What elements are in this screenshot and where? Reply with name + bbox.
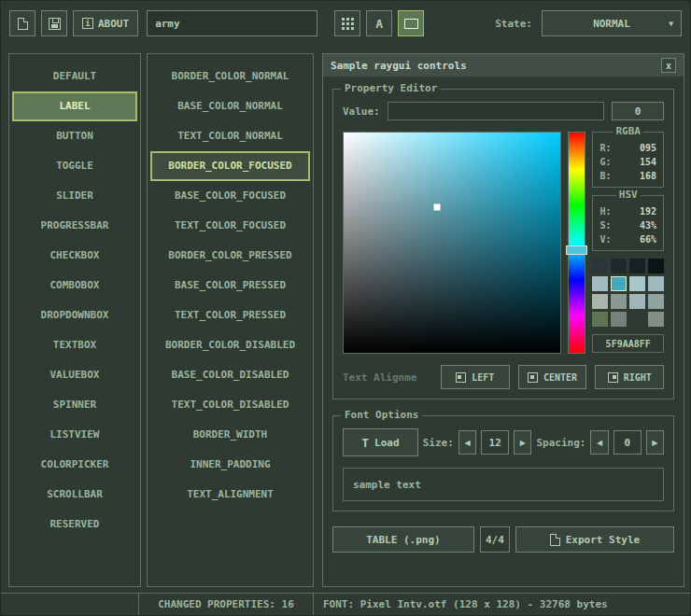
hue-cursor[interactable]	[566, 245, 588, 255]
value-row: Value: 0	[343, 102, 664, 120]
hsv-label: HSV	[616, 189, 641, 201]
close-icon[interactable]: x	[661, 58, 676, 73]
controls-list-item[interactable]: TEXTBOX	[12, 330, 137, 360]
spacing-label: Spacing:	[536, 437, 585, 449]
align-center-button[interactable]: CENTER	[518, 365, 587, 389]
hsv-h-row: H: 192	[597, 204, 659, 218]
palette-swatch[interactable]	[611, 259, 627, 273]
changed-properties-status: CHANGED PROPERTIES: 16	[139, 594, 314, 615]
properties-list-item[interactable]: BORDER_COLOR_DISABLED	[150, 330, 310, 360]
controls-list-item[interactable]: TOGGLE	[12, 151, 137, 181]
palette-swatch[interactable]	[611, 294, 627, 309]
save-style-button[interactable]	[41, 10, 67, 36]
size-decrease-button[interactable]: ◀	[458, 430, 476, 455]
properties-list-item[interactable]: BORDER_WIDTH	[150, 420, 310, 450]
palette-swatch[interactable]	[592, 294, 608, 309]
controls-list-item[interactable]: VALUEBOX	[12, 360, 137, 390]
properties-list-item[interactable]: BASE_COLOR_PRESSED	[150, 271, 310, 301]
controls-view-button[interactable]	[398, 10, 424, 36]
controls-list-item[interactable]: SLIDER	[12, 181, 137, 211]
palette-swatch[interactable]	[629, 259, 645, 273]
controls-list-item[interactable]: BUTTON	[12, 121, 137, 151]
picker-side-panel: RGBA R: 095 G: 154 B: 168	[592, 132, 664, 354]
font-view-button[interactable]: A	[366, 10, 392, 36]
hex-value-box[interactable]: 5F9AA8FF	[592, 334, 664, 353]
controls-list-item[interactable]: RESERVED	[12, 510, 137, 539]
window-title: Sample raygui controls	[331, 60, 661, 72]
hsv-s-row: S: 43%	[597, 218, 659, 232]
align-right-button[interactable]: RIGHT	[595, 365, 664, 389]
save-icon	[49, 18, 61, 30]
palette-swatch[interactable]	[629, 312, 645, 327]
palette-swatch[interactable]	[648, 294, 664, 309]
saturation-value-panel[interactable]	[343, 132, 561, 354]
export-table-button[interactable]: TABLE (.png)	[332, 526, 474, 553]
about-button[interactable]: i ABOUT	[73, 10, 138, 36]
pages-indicator[interactable]: 4/4	[480, 526, 510, 553]
size-increase-button[interactable]: ▶	[514, 430, 531, 455]
controls-list-item[interactable]: COLORPICKER	[12, 450, 137, 480]
palette-swatch[interactable]	[648, 312, 664, 327]
controls-list-item[interactable]: COMBOBOX	[12, 271, 137, 301]
spacing-decrease-button[interactable]: ◀	[590, 430, 608, 455]
properties-list-item[interactable]: TEXT_COLOR_DISABLED	[150, 390, 310, 420]
spacing-increase-button[interactable]: ▶	[646, 430, 664, 455]
palette-swatch[interactable]	[611, 276, 627, 291]
style-name-input[interactable]	[147, 10, 317, 36]
style-table-view-button[interactable]	[334, 10, 360, 36]
hue-bar[interactable]	[568, 132, 586, 354]
palette-swatch[interactable]	[648, 259, 664, 273]
properties-list-item[interactable]: BASE_COLOR_DISABLED	[150, 360, 310, 390]
font-info-status: FONT: Pixel Intv.otf (128 x 128) - 32768…	[314, 594, 690, 615]
property-editor-label: Property Editor	[341, 82, 441, 94]
controls-list-item[interactable]: CHECKBOX	[12, 241, 137, 271]
properties-list-item[interactable]: INNER_PADDING	[150, 450, 310, 480]
properties-list-item[interactable]: BORDER_COLOR_FOCUSED	[150, 151, 310, 181]
state-dropdown[interactable]: NORMAL ▼	[542, 10, 682, 36]
properties-list-item[interactable]: BASE_COLOR_FOCUSED	[150, 181, 310, 211]
align-left-button[interactable]: LEFT	[441, 365, 510, 389]
font-options-label: Font Options	[341, 409, 422, 421]
spacing-value-box[interactable]: 0	[613, 430, 642, 455]
properties-list: BORDER_COLOR_NORMALBASE_COLOR_NORMALTEXT…	[147, 53, 314, 587]
value-zero-button[interactable]: 0	[612, 102, 664, 120]
properties-list-item[interactable]: TEXT_ALIGNMENT	[150, 480, 310, 510]
size-value-box[interactable]: 12	[481, 430, 509, 455]
palette-swatch[interactable]	[592, 312, 608, 327]
controls-list-item[interactable]: DROPDOWNBOX	[12, 301, 137, 330]
palette-swatch[interactable]	[648, 276, 664, 291]
palette-swatch[interactable]	[629, 294, 645, 309]
properties-list-item[interactable]: TEXT_COLOR_NORMAL	[150, 121, 310, 151]
hsv-v-row: V: 66%	[597, 232, 659, 246]
sample-text-box[interactable]: sample text	[343, 468, 664, 501]
properties-list-item[interactable]: BORDER_COLOR_PRESSED	[150, 241, 310, 271]
align-right-icon	[608, 372, 618, 383]
size-label: Size:	[423, 437, 454, 449]
controls-list-item[interactable]: DEFAULT	[12, 62, 137, 91]
font-load-button[interactable]: T Load	[343, 428, 418, 456]
properties-list-item[interactable]: BORDER_COLOR_NORMAL	[150, 62, 310, 91]
controls-list-item[interactable]: SPINNER	[12, 390, 137, 420]
properties-list-item[interactable]: TEXT_COLOR_FOCUSED	[150, 211, 310, 241]
controls-list-item[interactable]: LABEL	[12, 91, 137, 121]
rgba-r-row: R: 095	[597, 141, 659, 155]
palette-swatch[interactable]	[611, 312, 627, 327]
new-style-button[interactable]	[9, 10, 35, 36]
info-icon: i	[82, 18, 93, 29]
value-input[interactable]	[388, 102, 604, 120]
text-alignment-row: Text Alignme LEFT CENTER RIGHT	[343, 365, 664, 389]
palette-swatch[interactable]	[592, 276, 608, 291]
align-left-icon	[456, 372, 466, 383]
properties-list-item[interactable]: BASE_COLOR_NORMAL	[150, 91, 310, 121]
state-label: State:	[495, 18, 532, 30]
controls-list-item[interactable]: PROGRESSBAR	[12, 211, 137, 241]
rgba-label: RGBA	[613, 125, 643, 137]
sv-cursor[interactable]	[433, 204, 440, 211]
properties-list-item[interactable]: TEXT_COLOR_PRESSED	[150, 301, 310, 330]
palette-swatch[interactable]	[629, 276, 645, 291]
controls-list-item[interactable]: LISTVIEW	[12, 420, 137, 450]
controls-list-item[interactable]: SCROLLBAR	[12, 480, 137, 510]
window-titlebar[interactable]: Sample raygui controls x	[323, 54, 684, 77]
export-style-button[interactable]: Export Style	[515, 526, 674, 553]
palette-swatch[interactable]	[592, 259, 608, 273]
